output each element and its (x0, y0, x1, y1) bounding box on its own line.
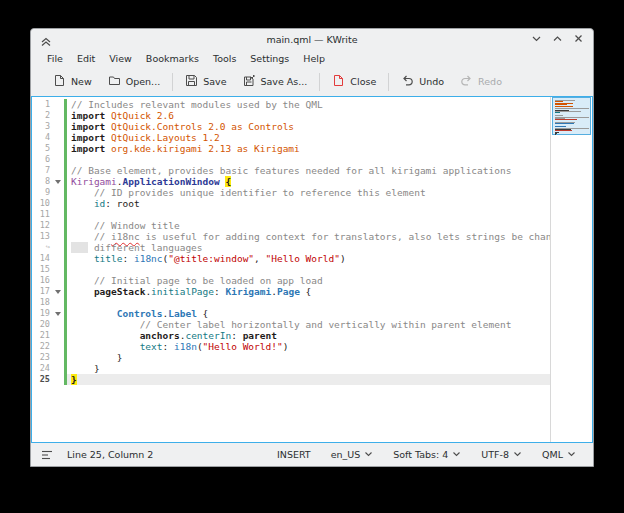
code-line-text[interactable]: import QtQuick 2.6 (67, 110, 550, 121)
code-line-text[interactable]: } (67, 363, 550, 374)
line-number[interactable]: 5 (32, 143, 53, 154)
code-line-text[interactable] (67, 264, 550, 275)
fold-column (53, 297, 64, 308)
window-buttons (530, 32, 585, 45)
line-number[interactable]: 8 (32, 176, 53, 187)
double-chevron-up-icon[interactable] (40, 33, 52, 45)
code-line-text[interactable]: import org.kde.kirigami 2.13 as Kirigami (67, 143, 550, 154)
code-line-text[interactable]: } (67, 352, 550, 363)
line-number[interactable]: 9 (32, 187, 53, 198)
text-editor-view[interactable]: 1// Includes relevant modules used by th… (31, 96, 593, 443)
fold-column (53, 99, 64, 110)
code-line-text[interactable]: // Includes relevant modules used by the… (67, 99, 550, 110)
menu-item-file[interactable]: File (40, 51, 70, 66)
menu-item-edit[interactable]: Edit (70, 51, 102, 66)
code-line-text[interactable]: different languages (67, 242, 550, 253)
line-number[interactable]: 2 (32, 110, 53, 121)
syntax-select[interactable]: QML (535, 446, 583, 463)
line-number[interactable]: 21 (32, 330, 53, 341)
line-number[interactable]: 3 (32, 121, 53, 132)
code-line-text[interactable]: import QtQuick.Layouts 1.2 (67, 132, 550, 143)
line-number[interactable]: 17 (32, 286, 53, 297)
fold-column (53, 154, 64, 165)
close-button[interactable] (572, 32, 585, 45)
code-line-text[interactable]: // Center label horizontally and vertica… (67, 319, 550, 330)
line-number[interactable]: 18 (32, 297, 53, 308)
statusbar-right: INSERTen_USSoft Tabs: 4UTF-8QML (270, 446, 583, 463)
code-line-text[interactable]: // Window title (67, 220, 550, 231)
menu-item-help[interactable]: Help (296, 51, 332, 66)
toolbar-button-label: Open... (126, 76, 160, 87)
redo-button[interactable]: Redo (452, 68, 510, 95)
menu-item-tools[interactable]: Tools (206, 51, 243, 66)
cursor-position[interactable]: Line 25, Column 2 (67, 449, 153, 460)
code-row: 9 // ID provides unique identifier to re… (32, 187, 550, 198)
menu-item-bookmarks[interactable]: Bookmarks (139, 51, 206, 66)
code-row: 6 (32, 154, 550, 165)
fold-column (53, 341, 64, 352)
line-number[interactable]: 7 (32, 165, 53, 176)
menu-item-settings[interactable]: Settings (243, 51, 296, 66)
code-row: 10 id: root (32, 198, 550, 209)
code-line-text[interactable]: // ID provides unique identifier to refe… (67, 187, 550, 198)
wrap-marker[interactable]: ↪ (32, 242, 53, 253)
line-number[interactable]: 19 (32, 308, 53, 319)
line-number[interactable]: 10 (32, 198, 53, 209)
line-number[interactable]: 6 (32, 154, 53, 165)
code-line-text[interactable]: Controls.Label { (67, 308, 550, 319)
save-button[interactable]: Save (177, 68, 234, 95)
code-line-text[interactable]: } (67, 374, 550, 385)
fold-column (53, 165, 64, 176)
fold-marker-icon[interactable] (53, 176, 64, 187)
code-line-text[interactable]: title: i18nc("@title:window", "Hello Wor… (67, 253, 550, 264)
minimize-button[interactable] (530, 32, 543, 45)
line-number[interactable]: 12 (32, 220, 53, 231)
fold-marker-icon[interactable] (53, 308, 64, 319)
code-line-text[interactable]: Kirigami.ApplicationWindow { (67, 176, 550, 187)
tab-mode-select[interactable]: Soft Tabs: 4 (386, 446, 468, 463)
line-number[interactable]: 4 (32, 132, 53, 143)
scrollbar-minimap[interactable] (550, 97, 592, 442)
code-line-text[interactable]: import QtQuick.Controls 2.0 as Controls (67, 121, 550, 132)
code-line-text[interactable]: // i18nc is useful for adding context fo… (67, 231, 550, 242)
line-number[interactable]: 20 (32, 319, 53, 330)
insert-mode[interactable]: INSERT (270, 446, 318, 463)
line-number[interactable]: 14 (32, 253, 53, 264)
dropdown-chevron-icon (567, 449, 576, 460)
line-number[interactable]: 24 (32, 363, 53, 374)
redo-icon (460, 72, 473, 91)
code-line-text[interactable]: id: root (67, 198, 550, 209)
dictionary-select[interactable]: en_US (324, 446, 381, 463)
line-number[interactable]: 25 (32, 374, 53, 385)
undo-button[interactable]: Undo (393, 68, 452, 95)
code-line-text[interactable]: pageStack.initialPage: Kirigami.Page { (67, 286, 550, 297)
titlebar[interactable]: main.qml — KWrite (31, 29, 593, 49)
line-number[interactable]: 22 (32, 341, 53, 352)
code-line-text[interactable] (67, 209, 550, 220)
code-line-text[interactable] (67, 154, 550, 165)
line-number[interactable]: 16 (32, 275, 53, 286)
line-number[interactable]: 1 (32, 99, 53, 110)
encoding-select[interactable]: UTF-8 (474, 446, 529, 463)
line-number[interactable]: 15 (32, 264, 53, 275)
document-list-icon[interactable] (41, 449, 55, 461)
code-line-text[interactable]: // Initial page to be loaded on app load (67, 275, 550, 286)
line-number[interactable]: 13 (32, 231, 53, 242)
code-line-text[interactable]: text: i18n("Hello World!") (67, 341, 550, 352)
maximize-button[interactable] (551, 32, 564, 45)
fold-marker-icon[interactable] (53, 286, 64, 297)
saveas-button[interactable]: Save As... (235, 68, 316, 95)
new-button[interactable]: New (45, 68, 100, 95)
code-line-text[interactable]: // Base element, provides basic features… (67, 165, 550, 176)
close-button[interactable]: Close (324, 68, 384, 95)
code-row: 17 pageStack.initialPage: Kirigami.Page … (32, 286, 550, 297)
code-pane[interactable]: 1// Includes relevant modules used by th… (32, 97, 550, 442)
line-number[interactable]: 11 (32, 209, 53, 220)
menu-item-view[interactable]: View (102, 51, 139, 66)
open-button[interactable]: Open... (100, 68, 168, 95)
code-line-text[interactable] (67, 297, 550, 308)
kwrite-window: main.qml — KWrite FileEditViewBookmarksT… (30, 28, 594, 467)
code-line-text[interactable]: anchors.centerIn: parent (67, 330, 550, 341)
line-number[interactable]: 23 (32, 352, 53, 363)
minimap-viewport-indicator[interactable] (552, 97, 591, 135)
